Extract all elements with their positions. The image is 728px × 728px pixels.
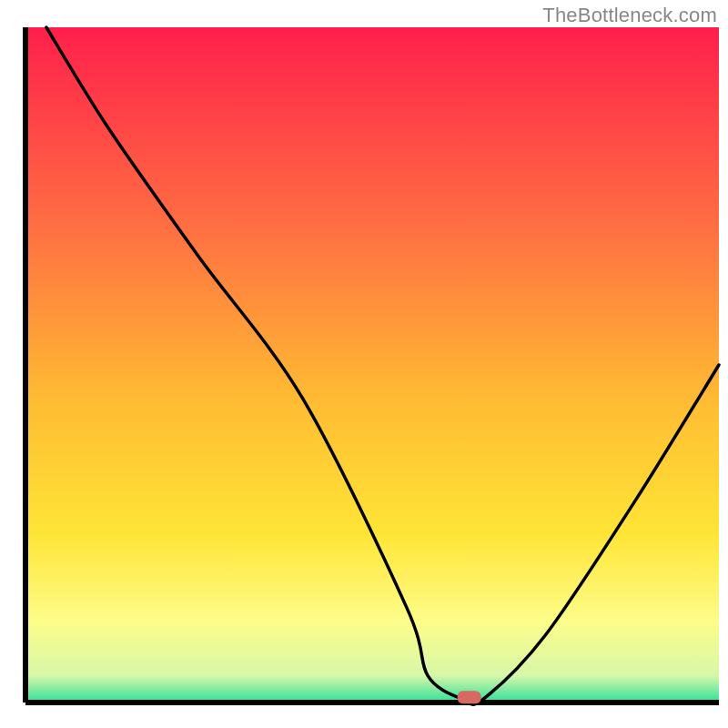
plot-background: [25, 27, 719, 703]
minimum-marker: [458, 691, 481, 703]
chart-canvas: [0, 0, 728, 728]
bottleneck-chart: TheBottleneck.com: [0, 0, 728, 728]
watermark-text: TheBottleneck.com: [542, 4, 717, 27]
